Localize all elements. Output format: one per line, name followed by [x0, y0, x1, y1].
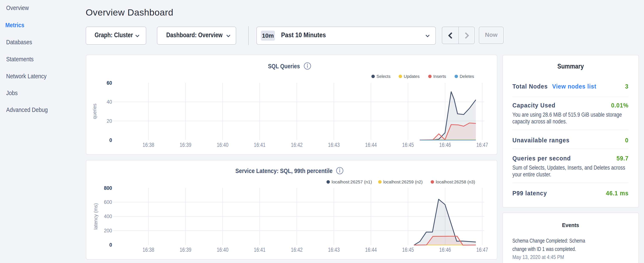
svg-text:16:43: 16:43	[328, 247, 340, 253]
svg-text:localhost:26257 (n1): localhost:26257 (n1)	[332, 180, 372, 184]
svg-text:600: 600	[104, 199, 112, 205]
svg-text:16:44: 16:44	[365, 247, 377, 253]
svg-text:16:38: 16:38	[143, 247, 154, 253]
svg-text:Deletes: Deletes	[460, 74, 474, 79]
svg-text:queries: queries	[92, 104, 98, 119]
svg-text:0: 0	[109, 242, 112, 248]
svg-text:Service Latency: SQL, 99th per: Service Latency: SQL, 99th percentile	[235, 167, 332, 174]
svg-text:16:41: 16:41	[254, 247, 266, 253]
svg-text:20: 20	[106, 118, 112, 124]
svg-text:SQL Queries: SQL Queries	[268, 63, 300, 70]
svg-text:16:44: 16:44	[365, 142, 377, 148]
svg-text:latency (ms): latency (ms)	[93, 203, 98, 229]
svg-text:16:45: 16:45	[402, 247, 414, 253]
svg-text:16:41: 16:41	[254, 142, 266, 148]
svg-text:16:47: 16:47	[476, 247, 488, 253]
svg-text:Inserts: Inserts	[433, 74, 446, 79]
svg-text:40: 40	[106, 99, 112, 105]
svg-text:16:40: 16:40	[217, 247, 228, 253]
svg-text:Selects: Selects	[376, 74, 390, 79]
svg-text:localhost:26258 (n3): localhost:26258 (n3)	[436, 180, 475, 184]
svg-text:16:47: 16:47	[476, 142, 488, 148]
svg-text:16:39: 16:39	[180, 247, 191, 253]
svg-text:0: 0	[109, 137, 112, 143]
svg-text:16:38: 16:38	[143, 142, 154, 148]
svg-text:16:46: 16:46	[439, 142, 451, 148]
svg-text:60: 60	[106, 80, 112, 86]
svg-text:400: 400	[104, 214, 112, 219]
svg-text:16:42: 16:42	[291, 247, 302, 253]
svg-text:16:46: 16:46	[439, 247, 451, 253]
svg-text:16:40: 16:40	[217, 142, 228, 148]
svg-text:Updates: Updates	[404, 74, 420, 79]
svg-text:16:42: 16:42	[291, 142, 302, 148]
svg-text:localhost:26259 (n2): localhost:26259 (n2)	[383, 180, 423, 184]
svg-text:800: 800	[104, 185, 112, 191]
svg-text:16:43: 16:43	[328, 142, 340, 148]
svg-text:16:39: 16:39	[180, 142, 191, 148]
svg-text:200: 200	[104, 228, 112, 233]
svg-text:16:45: 16:45	[402, 142, 414, 148]
